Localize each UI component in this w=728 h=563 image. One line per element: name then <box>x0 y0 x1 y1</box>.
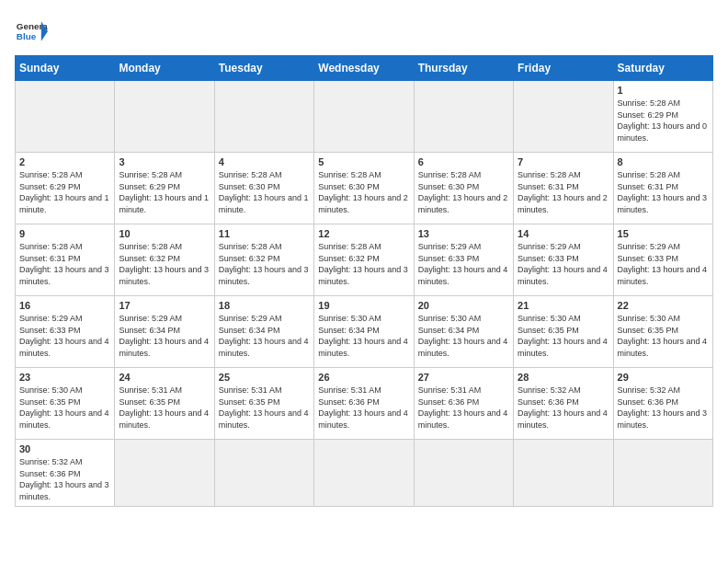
day-info: Sunrise: 5:28 AM Sunset: 6:32 PM Dayligh… <box>219 241 310 287</box>
calendar-cell: 10Sunrise: 5:28 AM Sunset: 6:32 PM Dayli… <box>115 224 214 296</box>
day-info: Sunrise: 5:28 AM Sunset: 6:31 PM Dayligh… <box>19 241 110 287</box>
day-info: Sunrise: 5:29 AM Sunset: 6:33 PM Dayligh… <box>618 241 709 287</box>
calendar-cell <box>16 81 115 153</box>
day-number: 30 <box>19 443 110 454</box>
day-info: Sunrise: 5:28 AM Sunset: 6:29 PM Dayligh… <box>119 169 210 215</box>
calendar-table: SundayMondayTuesdayWednesdayThursdayFrid… <box>15 55 713 507</box>
day-info: Sunrise: 5:28 AM Sunset: 6:31 PM Dayligh… <box>618 169 709 215</box>
day-number: 28 <box>518 372 609 383</box>
calendar-cell: 12Sunrise: 5:28 AM Sunset: 6:32 PM Dayli… <box>314 224 414 296</box>
calendar-cell: 22Sunrise: 5:30 AM Sunset: 6:35 PM Dayli… <box>613 296 712 368</box>
calendar-cell: 28Sunrise: 5:32 AM Sunset: 6:36 PM Dayli… <box>514 368 613 440</box>
day-info: Sunrise: 5:29 AM Sunset: 6:33 PM Dayligh… <box>19 313 110 359</box>
day-info: Sunrise: 5:28 AM Sunset: 6:29 PM Dayligh… <box>618 98 709 144</box>
calendar-cell: 6Sunrise: 5:28 AM Sunset: 6:30 PM Daylig… <box>414 153 513 224</box>
day-info: Sunrise: 5:30 AM Sunset: 6:34 PM Dayligh… <box>418 313 509 359</box>
day-info: Sunrise: 5:28 AM Sunset: 6:29 PM Dayligh… <box>19 169 110 215</box>
calendar-cell: 11Sunrise: 5:28 AM Sunset: 6:32 PM Dayli… <box>214 224 313 296</box>
day-info: Sunrise: 5:31 AM Sunset: 6:36 PM Dayligh… <box>418 385 509 431</box>
day-number: 5 <box>318 156 409 167</box>
day-number: 1 <box>618 85 709 96</box>
day-info: Sunrise: 5:32 AM Sunset: 6:36 PM Dayligh… <box>19 456 110 502</box>
day-number: 25 <box>219 372 310 383</box>
day-number: 11 <box>219 228 310 239</box>
day-info: Sunrise: 5:28 AM Sunset: 6:32 PM Dayligh… <box>318 241 409 287</box>
day-info: Sunrise: 5:31 AM Sunset: 6:36 PM Dayligh… <box>318 385 409 431</box>
calendar-cell: 25Sunrise: 5:31 AM Sunset: 6:35 PM Dayli… <box>214 368 313 440</box>
weekday-header-saturday: Saturday <box>613 56 712 81</box>
logo: General Blue <box>15 15 48 48</box>
day-info: Sunrise: 5:28 AM Sunset: 6:30 PM Dayligh… <box>318 169 409 215</box>
calendar-cell: 24Sunrise: 5:31 AM Sunset: 6:35 PM Dayli… <box>115 368 214 440</box>
calendar-cell: 8Sunrise: 5:28 AM Sunset: 6:31 PM Daylig… <box>613 153 712 224</box>
calendar-cell: 19Sunrise: 5:30 AM Sunset: 6:34 PM Dayli… <box>314 296 414 368</box>
day-info: Sunrise: 5:29 AM Sunset: 6:33 PM Dayligh… <box>518 241 609 287</box>
calendar-cell: 14Sunrise: 5:29 AM Sunset: 6:33 PM Dayli… <box>514 224 613 296</box>
calendar-cell <box>514 440 613 507</box>
day-number: 26 <box>318 372 409 383</box>
day-info: Sunrise: 5:28 AM Sunset: 6:30 PM Dayligh… <box>418 169 509 215</box>
day-info: Sunrise: 5:30 AM Sunset: 6:34 PM Dayligh… <box>318 313 409 359</box>
day-number: 29 <box>618 372 709 383</box>
weekday-header-friday: Friday <box>514 56 613 81</box>
weekday-header-tuesday: Tuesday <box>214 56 313 81</box>
calendar-cell: 17Sunrise: 5:29 AM Sunset: 6:34 PM Dayli… <box>115 296 214 368</box>
day-number: 10 <box>119 228 210 239</box>
day-number: 20 <box>418 300 509 311</box>
weekday-header-sunday: Sunday <box>16 56 115 81</box>
calendar-cell: 20Sunrise: 5:30 AM Sunset: 6:34 PM Dayli… <box>414 296 513 368</box>
calendar-cell: 16Sunrise: 5:29 AM Sunset: 6:33 PM Dayli… <box>16 296 115 368</box>
calendar-cell: 30Sunrise: 5:32 AM Sunset: 6:36 PM Dayli… <box>16 440 115 507</box>
day-number: 2 <box>19 156 110 167</box>
day-number: 9 <box>19 228 110 239</box>
day-number: 15 <box>618 228 709 239</box>
day-number: 16 <box>19 300 110 311</box>
day-info: Sunrise: 5:31 AM Sunset: 6:35 PM Dayligh… <box>119 385 210 431</box>
day-number: 12 <box>318 228 409 239</box>
day-info: Sunrise: 5:30 AM Sunset: 6:35 PM Dayligh… <box>518 313 609 359</box>
calendar-cell: 7Sunrise: 5:28 AM Sunset: 6:31 PM Daylig… <box>514 153 613 224</box>
day-info: Sunrise: 5:29 AM Sunset: 6:33 PM Dayligh… <box>418 241 509 287</box>
day-number: 21 <box>518 300 609 311</box>
day-info: Sunrise: 5:28 AM Sunset: 6:31 PM Dayligh… <box>518 169 609 215</box>
calendar-cell <box>414 81 513 153</box>
day-number: 23 <box>19 372 110 383</box>
calendar-cell: 21Sunrise: 5:30 AM Sunset: 6:35 PM Dayli… <box>514 296 613 368</box>
day-number: 13 <box>418 228 509 239</box>
day-number: 14 <box>518 228 609 239</box>
calendar-cell <box>514 81 613 153</box>
calendar-cell: 27Sunrise: 5:31 AM Sunset: 6:36 PM Dayli… <box>414 368 513 440</box>
day-info: Sunrise: 5:28 AM Sunset: 6:30 PM Dayligh… <box>219 169 310 215</box>
calendar-cell: 1Sunrise: 5:28 AM Sunset: 6:29 PM Daylig… <box>613 81 712 153</box>
calendar-cell <box>214 440 313 507</box>
day-number: 7 <box>518 156 609 167</box>
calendar-cell <box>414 440 513 507</box>
day-info: Sunrise: 5:28 AM Sunset: 6:32 PM Dayligh… <box>119 241 210 287</box>
calendar-cell <box>314 81 414 153</box>
day-info: Sunrise: 5:31 AM Sunset: 6:35 PM Dayligh… <box>219 385 310 431</box>
day-number: 18 <box>219 300 310 311</box>
day-number: 6 <box>418 156 509 167</box>
calendar-cell: 3Sunrise: 5:28 AM Sunset: 6:29 PM Daylig… <box>115 153 214 224</box>
day-number: 19 <box>318 300 409 311</box>
day-info: Sunrise: 5:32 AM Sunset: 6:36 PM Dayligh… <box>518 385 609 431</box>
calendar-cell <box>613 440 712 507</box>
calendar-cell: 26Sunrise: 5:31 AM Sunset: 6:36 PM Dayli… <box>314 368 414 440</box>
calendar-cell <box>115 440 214 507</box>
svg-text:Blue: Blue <box>17 31 37 41</box>
calendar-cell: 29Sunrise: 5:32 AM Sunset: 6:36 PM Dayli… <box>613 368 712 440</box>
logo-icon: General Blue <box>15 15 48 48</box>
day-number: 24 <box>119 372 210 383</box>
weekday-header-monday: Monday <box>115 56 214 81</box>
day-number: 4 <box>219 156 310 167</box>
day-info: Sunrise: 5:32 AM Sunset: 6:36 PM Dayligh… <box>618 385 709 431</box>
day-number: 27 <box>418 372 509 383</box>
calendar-cell: 2Sunrise: 5:28 AM Sunset: 6:29 PM Daylig… <box>16 153 115 224</box>
day-info: Sunrise: 5:29 AM Sunset: 6:34 PM Dayligh… <box>219 313 310 359</box>
calendar-cell <box>214 81 313 153</box>
weekday-header-wednesday: Wednesday <box>314 56 414 81</box>
day-number: 8 <box>618 156 709 167</box>
calendar-cell: 15Sunrise: 5:29 AM Sunset: 6:33 PM Dayli… <box>613 224 712 296</box>
weekday-header-thursday: Thursday <box>414 56 513 81</box>
calendar-cell <box>115 81 214 153</box>
